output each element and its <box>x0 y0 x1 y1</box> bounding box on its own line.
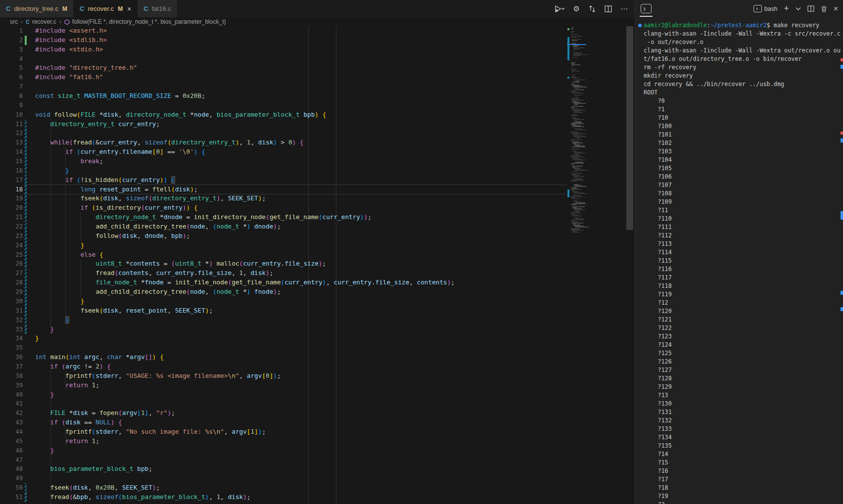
code-line[interactable]: 42 FILE *disk = fopen(argv[1], "r"); <box>0 409 635 418</box>
code-line[interactable]: 30 } <box>0 297 635 306</box>
code-line[interactable]: 12 <box>0 129 635 138</box>
code-line[interactable]: 16 } <box>0 166 635 176</box>
code-line[interactable]: 14 if (curr_entry.filename[0] == '\0') { <box>0 147 635 157</box>
code-line[interactable]: 33 } <box>0 325 635 334</box>
line-number: 51 <box>0 493 23 502</box>
code-line[interactable]: 27 fread(contents, curr_entry.file_size,… <box>0 269 635 278</box>
close-tab-icon[interactable]: × <box>127 5 131 12</box>
terminal-line: ?113 <box>635 240 841 248</box>
code-line[interactable]: 1#include <assert.h> <box>0 26 635 36</box>
tab-label: directory_tree.c <box>14 5 58 12</box>
code-line[interactable]: 7 <box>0 82 635 92</box>
code-line[interactable]: 36int main(int argc, char *argv[]) { <box>0 353 635 362</box>
new-terminal-button[interactable]: + <box>784 3 789 14</box>
terminal-line: ?132 <box>635 416 841 425</box>
code-line[interactable]: 46 } <box>0 446 635 456</box>
code-line[interactable]: 21 directory_node_t *dnode = init_direct… <box>0 213 635 222</box>
more-actions-icon[interactable]: ⋯ <box>620 5 628 12</box>
line-number: 2 <box>0 36 23 45</box>
split-editor-icon[interactable] <box>605 5 612 12</box>
line-number: 41 <box>0 399 23 409</box>
line-number: 20 <box>0 203 23 213</box>
compare-changes-icon[interactable] <box>588 5 596 13</box>
kill-terminal-button[interactable] <box>821 5 827 12</box>
terminal-line: ?134 <box>635 433 841 442</box>
terminal-line: ?104 <box>635 156 841 164</box>
minimap[interactable] <box>567 26 586 504</box>
code-line[interactable]: 37 if (argc != 2) { <box>0 362 635 371</box>
terminal-line: ?12 <box>635 299 841 307</box>
code-line[interactable]: 41 <box>0 399 635 409</box>
code-line[interactable]: 47 <box>0 456 635 465</box>
line-number: 18 <box>0 185 23 194</box>
terminal-panel-tab[interactable]: ❯ <box>641 4 652 13</box>
code-line[interactable]: 18 long reset_point = ftell(disk); <box>0 185 635 194</box>
terminal-panel: ❯ ❯ bash + <box>635 0 843 504</box>
terminal-line: clang-with-asan -Iinclude -Wall -Wextra … <box>635 46 841 55</box>
terminal-line: ?16 <box>635 467 841 475</box>
code-line[interactable]: 22 add_child_directory_tree(node, (node_… <box>0 222 635 231</box>
code-line[interactable]: 3#include <stdio.h> <box>0 45 635 54</box>
code-line[interactable]: 9 <box>0 101 635 110</box>
code-line[interactable]: 17 if (!is_hidden(curr_entry)) { <box>0 176 635 185</box>
code-line[interactable]: 26 uint8_t *contents = (uint8_t *) mallo… <box>0 259 635 269</box>
code-line[interactable]: 44 fprintf(stderr, "No such image file: … <box>0 427 635 437</box>
code-line[interactable]: 38 fprintf(stderr, "USAGE: %s <image fil… <box>0 371 635 381</box>
code-line[interactable]: 49 <box>0 474 635 483</box>
terminal-line: ?1 <box>635 105 841 114</box>
code-line[interactable]: 13 while(fread(&curr_entry, sizeof(direc… <box>0 138 635 147</box>
code-line[interactable]: 8const size_t MASTER_BOOT_RECORD_SIZE = … <box>0 92 635 101</box>
code-line[interactable]: 28 file_node_t *fnode = init_file_node(g… <box>0 278 635 287</box>
code-line[interactable]: 48 bios_parameter_block_t bpb; <box>0 464 635 474</box>
code-line[interactable]: 5#include "directory_tree.h" <box>0 63 635 73</box>
split-terminal-button[interactable] <box>807 5 814 12</box>
breadcrumb-symbol[interactable]: follow(FILE *, directory_node_t *, bios_… <box>72 18 226 25</box>
terminal-line: ?15 <box>635 458 841 467</box>
code-line[interactable]: 11 directory_entry_t curr_entry; <box>0 120 635 129</box>
vscode-window: Cdirectory_tree.cMCrecover.cM×Cfat16.c ⚙ <box>0 0 843 504</box>
terminal-line: ?107 <box>635 181 841 189</box>
terminal-output[interactable]: aamir2@labradoodle:~/pretest-aamir2$ mak… <box>635 21 841 504</box>
code-line[interactable]: 29 add_child_directory_tree(node, (node_… <box>0 287 635 297</box>
terminal-instance[interactable]: ❯ bash <box>753 5 777 12</box>
code-line[interactable]: 45 return 1; <box>0 437 635 446</box>
breadcrumb-folder[interactable]: src <box>10 18 18 25</box>
close-panel-button[interactable]: × <box>834 4 838 13</box>
c-file-icon: C <box>80 5 84 12</box>
code-line[interactable]: 6#include "fat16.h" <box>0 73 635 82</box>
code-line[interactable]: 43 if (disk == NULL) { <box>0 418 635 427</box>
code-line[interactable]: 20 if (is_directory(curr_entry)) { <box>0 203 635 213</box>
code-line[interactable]: 51 fread(&bpb, sizeof(bios_parameter_blo… <box>0 493 635 502</box>
terminal-line: ?10 <box>635 114 841 122</box>
code-line[interactable]: 50 fseek(disk, 0x20B, SEEK_SET); <box>0 483 635 493</box>
code-line[interactable]: 15 break; <box>0 157 635 166</box>
run-debug-button[interactable] <box>554 5 565 13</box>
editor-scrollbar-thumb[interactable] <box>626 26 633 230</box>
terminal-line: ?17 <box>635 475 841 484</box>
code-line[interactable]: 24 } <box>0 241 635 250</box>
settings-gear-icon[interactable]: ⚙ <box>573 5 580 12</box>
code-line[interactable]: 4 <box>0 54 635 64</box>
tab-recover.c[interactable]: Crecover.cM× <box>74 0 138 17</box>
terminal-line: ?102 <box>635 139 841 147</box>
code-line[interactable]: 19 fseek(disk, sizeof(directory_entry_t)… <box>0 194 635 203</box>
breadcrumb-file[interactable]: recover.c <box>32 18 56 25</box>
c-file-icon: C <box>6 5 10 12</box>
line-number: 9 <box>0 101 23 110</box>
code-line[interactable]: 2#include <stdlib.h> <box>0 36 635 45</box>
code-line[interactable]: 32 } <box>0 316 635 325</box>
launch-profile-chevron[interactable] <box>796 7 801 11</box>
terminal-line: ?0 <box>635 97 841 105</box>
code-line[interactable]: 31 fseek(disk, reset_point, SEEK_SET); <box>0 306 635 316</box>
code-editor[interactable]: 1#include <assert.h>2#include <stdlib.h>… <box>0 26 635 504</box>
code-line[interactable]: 25 else { <box>0 250 635 260</box>
code-line[interactable]: 39 return 1; <box>0 381 635 390</box>
code-line[interactable]: 40 } <box>0 390 635 400</box>
code-line[interactable]: 34} <box>0 334 635 343</box>
code-line[interactable]: 35 <box>0 343 635 353</box>
code-line[interactable]: 23 follow(disk, dnode, bpb); <box>0 231 635 241</box>
terminal-line: ?14 <box>635 450 841 458</box>
tab-fat16.c[interactable]: Cfat16.c <box>138 0 177 17</box>
tab-directory_tree.c[interactable]: Cdirectory_tree.cM <box>0 0 74 17</box>
code-line[interactable]: 10void follow(FILE *disk, directory_node… <box>0 110 635 120</box>
